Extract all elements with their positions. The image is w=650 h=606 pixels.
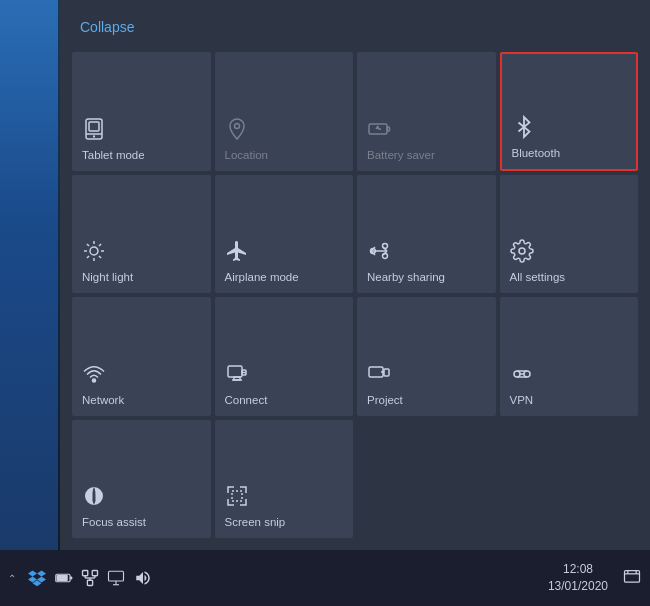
- svg-line-17: [87, 256, 89, 258]
- airplane-mode-icon: [225, 239, 249, 267]
- focus-assist-icon: [82, 484, 106, 512]
- all-settings-icon: [510, 239, 534, 267]
- tiles-grid: Tablet mode Location Batt: [60, 48, 650, 550]
- tile-network-label: Network: [82, 394, 124, 408]
- svg-rect-30: [369, 367, 383, 377]
- tablet-mode-icon: [82, 117, 106, 145]
- svg-rect-42: [83, 571, 88, 576]
- svg-point-21: [383, 254, 388, 259]
- vpn-icon: [510, 362, 534, 390]
- tile-focus-assist[interactable]: Focus assist: [72, 420, 211, 539]
- svg-rect-6: [387, 127, 390, 131]
- taskbar-clock[interactable]: 12:08 13/01/2020: [548, 561, 608, 595]
- action-center-panel: Collapse Tablet mode Location: [60, 0, 650, 550]
- taskbar-right: 12:08 13/01/2020: [544, 561, 642, 595]
- svg-rect-31: [384, 369, 389, 376]
- tile-night-light[interactable]: Night light: [72, 175, 211, 294]
- tile-bluetooth[interactable]: Bluetooth: [500, 52, 639, 171]
- tile-location[interactable]: Location: [215, 52, 354, 171]
- tile-bluetooth-label: Bluetooth: [512, 147, 561, 161]
- tile-network[interactable]: Network: [72, 297, 211, 416]
- tile-location-label: Location: [225, 149, 268, 163]
- tile-project-label: Project: [367, 394, 403, 408]
- svg-line-15: [87, 244, 89, 246]
- collapse-button[interactable]: Collapse: [80, 19, 134, 35]
- nearby-sharing-icon: [367, 239, 391, 267]
- tile-nearby-sharing-label: Nearby sharing: [367, 271, 445, 285]
- svg-rect-44: [87, 580, 92, 585]
- taskbar: ⌃: [0, 550, 650, 606]
- network-icon: [82, 362, 106, 390]
- tile-tablet-mode[interactable]: Tablet mode: [72, 52, 211, 171]
- clock-time: 12:08: [563, 561, 593, 578]
- tile-airplane-mode-label: Airplane mode: [225, 271, 299, 285]
- tile-project[interactable]: Project: [357, 297, 496, 416]
- collapse-header: Collapse: [60, 0, 650, 48]
- display-icon[interactable]: [107, 569, 125, 587]
- tile-all-settings[interactable]: All settings: [500, 175, 639, 294]
- svg-rect-41: [57, 575, 68, 581]
- tile-vpn-label: VPN: [510, 394, 534, 408]
- svg-point-23: [519, 248, 525, 254]
- svg-rect-25: [228, 366, 242, 377]
- tile-tablet-mode-label: Tablet mode: [82, 149, 145, 163]
- location-icon: [225, 117, 249, 145]
- notification-icon[interactable]: [622, 568, 642, 588]
- connect-icon: [225, 362, 249, 390]
- dropbox-icon[interactable]: [28, 569, 46, 587]
- night-light-icon: [82, 239, 106, 267]
- tile-connect[interactable]: Connect: [215, 297, 354, 416]
- svg-rect-38: [232, 491, 242, 501]
- volume-icon[interactable]: [133, 569, 153, 587]
- tile-focus-assist-label: Focus assist: [82, 516, 146, 530]
- svg-rect-3: [89, 122, 99, 131]
- tile-battery-saver-label: Battery saver: [367, 149, 435, 163]
- svg-point-24: [93, 379, 96, 382]
- svg-point-34: [524, 371, 530, 377]
- tile-vpn[interactable]: VPN: [500, 297, 639, 416]
- tile-screen-snip-label: Screen snip: [225, 516, 286, 530]
- tile-night-light-label: Night light: [82, 271, 133, 285]
- svg-line-16: [99, 256, 101, 258]
- tile-screen-snip[interactable]: Screen snip: [215, 420, 354, 539]
- svg-rect-40: [70, 577, 72, 580]
- svg-point-4: [234, 123, 239, 128]
- bluetooth-icon: [512, 115, 536, 143]
- svg-rect-49: [109, 571, 124, 581]
- network-taskbar-icon[interactable]: [81, 569, 99, 587]
- battery-saver-icon: [367, 117, 391, 145]
- screen-snip-icon: [225, 484, 249, 512]
- svg-rect-52: [625, 571, 640, 583]
- battery-taskbar-icon[interactable]: [55, 571, 73, 585]
- svg-point-33: [514, 371, 520, 377]
- svg-point-20: [383, 244, 388, 249]
- tile-connect-label: Connect: [225, 394, 268, 408]
- svg-line-18: [99, 244, 101, 246]
- svg-point-10: [90, 247, 98, 255]
- clock-date: 13/01/2020: [548, 578, 608, 595]
- system-tray-chevron[interactable]: ⌃: [8, 573, 16, 584]
- project-icon: [367, 362, 391, 390]
- tile-airplane-mode[interactable]: Airplane mode: [215, 175, 354, 294]
- tile-all-settings-label: All settings: [510, 271, 566, 285]
- svg-rect-43: [92, 571, 97, 576]
- tile-nearby-sharing[interactable]: Nearby sharing: [357, 175, 496, 294]
- left-accent-bar: [0, 0, 58, 550]
- taskbar-left: ⌃: [8, 569, 544, 587]
- tile-battery-saver[interactable]: Battery saver: [357, 52, 496, 171]
